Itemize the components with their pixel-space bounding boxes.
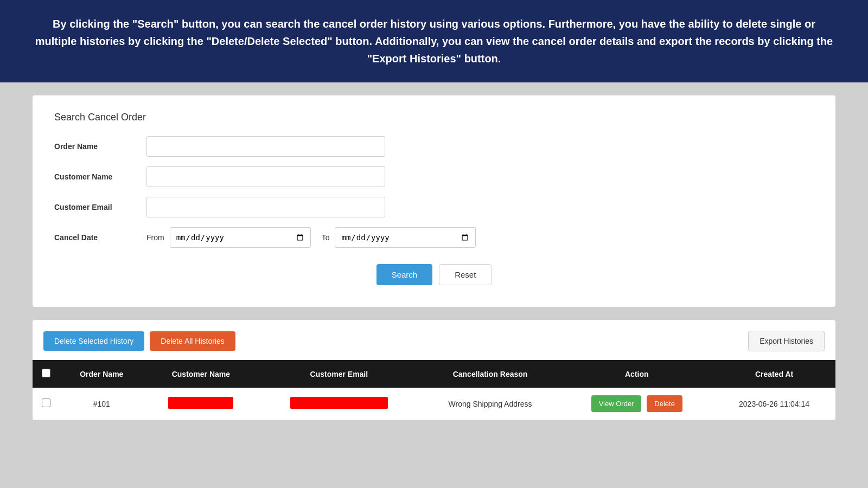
customer-email-label: Customer Email xyxy=(54,203,146,211)
order-name-label: Order Name xyxy=(54,142,146,151)
row-checkbox-0[interactable] xyxy=(42,399,50,407)
customer-name-label: Customer Name xyxy=(54,172,146,181)
table-header-customer-email: Customer Email xyxy=(258,360,419,388)
order-name-row: Order Name xyxy=(54,136,814,157)
table-header-row: Order Name Customer Name Customer Email … xyxy=(33,360,835,388)
customer-name-input[interactable] xyxy=(146,166,385,187)
table-header-created-at: Created At xyxy=(713,360,835,388)
table-actions-left: Delete Selected History Delete All Histo… xyxy=(43,331,235,351)
row-cancellation-reason: Wrong Shipping Address xyxy=(420,388,561,420)
redacted-customer-email xyxy=(290,397,388,409)
search-panel-title: Search Cancel Order xyxy=(54,112,814,123)
cancel-date-row: Cancel Date From To xyxy=(54,227,814,248)
banner-text: By clicking the "Search" button, you can… xyxy=(35,18,833,65)
search-panel: Search Cancel Order Order Name Customer … xyxy=(33,95,835,307)
redacted-customer-name xyxy=(168,397,233,409)
row-created-at: 2023-06-26 11:04:14 xyxy=(713,388,835,420)
main-content: Search Cancel Order Order Name Customer … xyxy=(0,82,868,436)
to-label: To xyxy=(322,233,330,242)
row-order-name: #101 xyxy=(60,388,144,420)
cancel-date-from-input[interactable] xyxy=(170,227,311,248)
table-header-checkbox xyxy=(33,360,60,388)
customer-email-input[interactable] xyxy=(146,197,385,217)
table-row: #101 Wrong Shipping Address View Order D… xyxy=(33,388,835,420)
search-button-row: Search Reset xyxy=(54,264,814,285)
row-customer-email xyxy=(258,388,419,420)
from-label: From xyxy=(146,233,164,242)
row-customer-name xyxy=(144,388,259,420)
select-all-checkbox[interactable] xyxy=(42,369,50,377)
row-action: View Order Delete xyxy=(561,388,713,420)
reset-button[interactable]: Reset xyxy=(439,264,492,285)
cancel-date-to-input[interactable] xyxy=(335,227,476,248)
table-header-customer-name: Customer Name xyxy=(144,360,259,388)
table-section: Delete Selected History Delete All Histo… xyxy=(33,320,835,420)
cancel-date-label: Cancel Date xyxy=(54,233,146,242)
order-name-input[interactable] xyxy=(146,136,385,157)
delete-row-button-0[interactable]: Delete xyxy=(647,395,682,412)
row-checkbox-cell xyxy=(33,388,60,420)
table-header-action: Action xyxy=(561,360,713,388)
table-header-order-name: Order Name xyxy=(60,360,144,388)
export-histories-button[interactable]: Export Histories xyxy=(748,331,825,351)
delete-selected-button[interactable]: Delete Selected History xyxy=(43,331,144,351)
history-table: Order Name Customer Name Customer Email … xyxy=(33,360,835,420)
customer-email-row: Customer Email xyxy=(54,197,814,217)
customer-name-row: Customer Name xyxy=(54,166,814,187)
table-actions: Delete Selected History Delete All Histo… xyxy=(33,331,835,360)
search-button[interactable]: Search xyxy=(376,264,433,285)
table-header-cancellation-reason: Cancellation Reason xyxy=(420,360,561,388)
info-banner: By clicking the "Search" button, you can… xyxy=(0,0,868,82)
delete-all-button[interactable]: Delete All Histories xyxy=(150,331,235,351)
view-order-button-0[interactable]: View Order xyxy=(591,395,642,412)
